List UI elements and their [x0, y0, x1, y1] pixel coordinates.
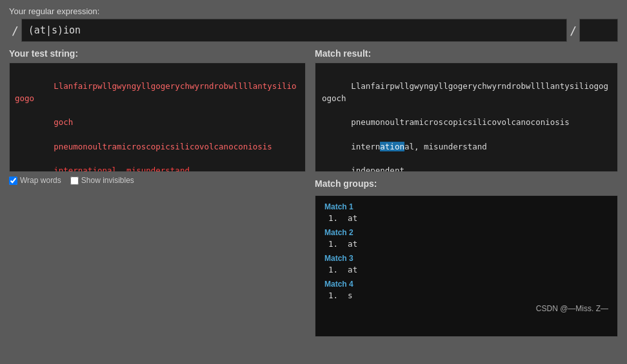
show-invisibles-option[interactable]: Show invisibles — [70, 176, 134, 185]
match-result-label: Match result: — [315, 48, 618, 59]
wrap-words-checkbox[interactable] — [9, 177, 17, 185]
match3-title: Match 3 — [324, 254, 608, 263]
match3-item: 1. at — [324, 265, 608, 274]
show-invisibles-checkbox[interactable] — [70, 177, 79, 185]
main-area: Your test string: Llanfairpwllgwyngyllgo… — [9, 48, 618, 337]
regex-input[interactable] — [21, 19, 567, 42]
watermark: CSDN @—Miss. Z— — [324, 304, 608, 313]
mr-line4: independent — [351, 166, 404, 172]
options-row: Wrap words Show invisibles — [9, 176, 306, 185]
mr-line3-prefix: intern — [351, 142, 380, 151]
match1-title: Match 1 — [324, 202, 608, 211]
close-delimiter: / — [567, 24, 579, 37]
mr-line1: Llanfairpwllgwyngyllgogerychwyrndrobwlll… — [322, 81, 608, 103]
open-delimiter: / — [9, 24, 21, 37]
show-invisibles-label: Show invisibles — [81, 176, 134, 185]
left-panel: Your test string: Llanfairpwllgwyngyllgo… — [9, 48, 306, 337]
regex-label: Your regular expression: — [9, 6, 618, 16]
right-panel: Match result: Llanfairpwllgwyngyllgogery… — [315, 48, 618, 337]
regex-flags-input[interactable] — [579, 19, 618, 42]
regex-row: / / — [9, 19, 618, 42]
mr-match1: ation — [380, 142, 404, 151]
test-string-box[interactable]: Llanfairpwllgwyngyllgogerychwyrndrobwlll… — [9, 62, 306, 172]
mr-line2: pneumonoultramicroscopicsilicovolcanocon… — [351, 117, 570, 127]
match1-item: 1. at — [324, 213, 608, 223]
test-string-label: Your test string: — [9, 48, 306, 59]
wrap-words-option[interactable]: Wrap words — [9, 176, 61, 185]
test-string-content: Llanfairpwllgwyngyllgogerychwyrndrobwlll… — [15, 68, 300, 172]
match-result-box: Llanfairpwllgwyngyllgogerychwyrndrobwlll… — [315, 62, 618, 172]
match-groups-box: Match 1 1. at Match 2 1. at Match 3 1. a… — [315, 195, 618, 337]
match2-item: 1. at — [324, 239, 608, 249]
wrap-words-label: Wrap words — [20, 176, 61, 185]
match4-item: 1. s — [324, 291, 608, 300]
mr-line3-suffix: al, misunderstand — [404, 142, 487, 151]
match-groups-label: Match groups: — [315, 178, 618, 189]
match4-title: Match 4 — [324, 280, 608, 289]
match2-title: Match 2 — [324, 228, 608, 237]
